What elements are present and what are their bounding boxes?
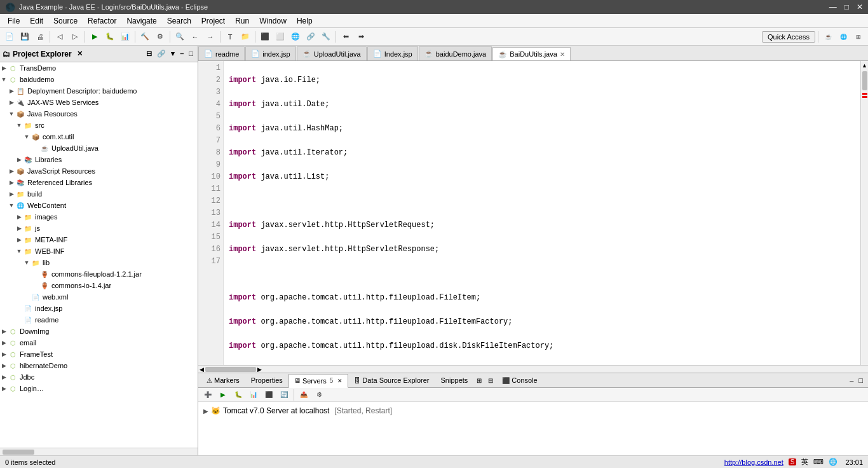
toolbar-btn-10[interactable]: 🔗 <box>304 30 318 44</box>
tree-item-images[interactable]: ▶ 📁 images <box>0 211 198 223</box>
tree-item-build[interactable]: ▶ 📁 build <box>0 188 198 200</box>
tree-arrow-dd[interactable]: ▶ <box>8 87 15 95</box>
title-bar-controls[interactable]: — □ ✕ <box>829 3 863 11</box>
code-hscroll-left[interactable]: ◀ <box>200 366 204 373</box>
server-settings-btn[interactable]: ⚙ <box>312 388 326 402</box>
tab-extra2[interactable]: ⊟ <box>485 373 496 387</box>
tree-arrow-java-resources[interactable]: ▼ <box>8 110 15 118</box>
tree-arrow-lib[interactable]: ▼ <box>23 259 31 266</box>
server-stop-btn[interactable]: ⬛ <box>262 388 276 402</box>
menu-source[interactable]: Source <box>48 15 83 27</box>
menu-help[interactable]: Help <box>292 15 318 27</box>
tree-arrow-login[interactable]: ▶ <box>0 385 8 392</box>
tree-arrow-jaxws[interactable]: ▶ <box>8 99 15 106</box>
tree-arrow-build[interactable]: ▶ <box>8 190 15 198</box>
tree-arrow-hibernatedemo[interactable]: ▶ <box>0 362 8 369</box>
run-button[interactable]: ▶ <box>88 30 102 44</box>
tree-item-downimg[interactable]: ▶ ⬡ DownImg <box>0 326 198 337</box>
tree-item-ref-libraries[interactable]: ▶ 📚 Referenced Libraries <box>0 177 198 188</box>
toolbar-btn-11[interactable]: 🔧 <box>319 30 333 44</box>
tab-markers[interactable]: ⚠ Markers <box>201 373 245 387</box>
tree-item-login[interactable]: ▶ ⬡ Login… <box>0 383 198 394</box>
perspective-btn-1[interactable]: ☕ <box>821 30 835 44</box>
servers-tab-close[interactable]: ✕ <box>337 378 342 384</box>
bottom-maximize-btn[interactable]: □ <box>856 375 865 385</box>
tree-item-uploadutil[interactable]: ☕ UploadUtil.java <box>0 142 198 154</box>
pe-hscroll-thumb[interactable] <box>3 450 34 455</box>
tree-arrow-js-resources[interactable]: ▶ <box>8 167 15 175</box>
tree-item-webcontent[interactable]: ▼ 🌐 WebContent <box>0 200 198 211</box>
tree-item-libraries[interactable]: ▶ 📚 Libraries <box>0 154 198 165</box>
tree-item-jdbc[interactable]: ▶ ⬡ Jdbc <box>0 371 198 383</box>
minimize-button[interactable]: — <box>829 3 837 11</box>
external-tools-button[interactable]: ⚙ <box>153 30 167 44</box>
tree-item-web-xml[interactable]: 📄 web.xml <box>0 291 198 303</box>
tree-item-meta-inf[interactable]: ▶ 📁 META-INF <box>0 234 198 245</box>
pe-horizontal-scrollbar[interactable] <box>0 448 198 455</box>
tree-item-hibernatedemo[interactable]: ▶ ⬡ hibernateDemo <box>0 360 198 371</box>
debug-button[interactable]: 🐛 <box>103 30 117 44</box>
search-button[interactable]: 🔍 <box>173 30 187 44</box>
tree-arrow-package[interactable]: ▼ <box>23 133 31 141</box>
tree-arrow-email[interactable]: ▶ <box>0 339 8 347</box>
bottom-minimize-btn[interactable]: – <box>847 375 856 385</box>
pe-link-button[interactable]: 🔗 <box>155 49 168 59</box>
server-new-btn[interactable]: ➕ <box>201 388 215 402</box>
tab-console[interactable]: ⬛ Console <box>496 373 543 387</box>
tree-arrow-downimg[interactable]: ▶ <box>0 327 8 335</box>
pe-maximize-button[interactable]: □ <box>187 49 195 59</box>
quick-access-button[interactable]: Quick Access <box>762 31 815 43</box>
perspective-add[interactable]: ⊞ <box>851 30 865 44</box>
menu-window[interactable]: Window <box>254 15 292 27</box>
build-button[interactable]: 🔨 <box>138 30 152 44</box>
code-content[interactable]: import java.io.File; import java.util.Da… <box>224 61 868 365</box>
tree-arrow-ref-libraries[interactable]: ▶ <box>8 179 15 186</box>
tab-servers[interactable]: 🖥 Servers 5 ✕ <box>288 374 348 388</box>
maximize-button[interactable]: □ <box>844 3 849 11</box>
server-pub-btn[interactable]: 📤 <box>297 388 311 402</box>
menu-edit[interactable]: Edit <box>25 15 48 27</box>
tree-arrow-transdemo[interactable]: ▶ <box>0 64 8 72</box>
tree-arrow-web-inf[interactable]: ▼ <box>15 247 23 255</box>
tree-arrow-src[interactable]: ▼ <box>15 121 23 129</box>
tree-arrow-jdbc[interactable]: ▶ <box>0 373 8 381</box>
new-button[interactable]: 📄 <box>3 30 17 44</box>
tree-item-dd[interactable]: ▶ 📋 Deployment Descriptor: baidudemo <box>0 85 198 97</box>
servers-list[interactable]: ▶ 🐱 Tomcat v7.0 Server at localhost [Sta… <box>198 402 868 455</box>
menu-project[interactable]: Project <box>196 15 230 27</box>
server-restart-btn[interactable]: 🔄 <box>277 388 291 402</box>
save-button[interactable]: 💾 <box>18 30 32 44</box>
server-profile-btn[interactable]: 📊 <box>247 388 261 402</box>
menu-file[interactable]: File <box>3 15 25 27</box>
toolbar-btn-7[interactable]: ⬛ <box>258 30 272 44</box>
tree-arrow-baidudemo[interactable]: ▼ <box>0 76 8 83</box>
pe-collapse-all-button[interactable]: ⊟ <box>144 49 154 59</box>
code-hscroll-thumb[interactable] <box>205 367 256 372</box>
menu-navigate[interactable]: Navigate <box>121 15 161 27</box>
vscroll-up-arrow[interactable]: ▲ <box>860 61 868 70</box>
vscroll-thumb[interactable] <box>862 71 867 90</box>
tree-item-web-inf[interactable]: ▼ 📁 WEB-INF <box>0 245 198 257</box>
server-arrow[interactable]: ▶ <box>203 408 208 415</box>
tree-item-baidudemo[interactable]: ▼ ⬡ baidudemo <box>0 74 198 85</box>
next-edit-button[interactable]: ▷ <box>68 30 82 44</box>
tab-close-icon[interactable]: ✕ <box>560 51 565 58</box>
tab-readme[interactable]: 📄 readme <box>198 46 245 60</box>
tree-item-jaxws[interactable]: ▶ 🔌 JAX-WS Web Services <box>0 97 198 108</box>
close-button[interactable]: ✕ <box>857 3 863 11</box>
tree-item-frametest[interactable]: ▶ ⬡ FrameTest <box>0 348 198 360</box>
tree-item-src[interactable]: ▼ 📁 src <box>0 120 198 131</box>
forward-button[interactable]: → <box>203 30 217 44</box>
tree-item-transdemo[interactable]: ▶ ⬡ TransDemo <box>0 62 198 74</box>
tree-arrow-images[interactable]: ▶ <box>15 213 23 221</box>
tree-item-commons-fileupload[interactable]: 🏺 commons-fileupload-1.2.1.jar <box>0 268 198 280</box>
toolbar-btn-8[interactable]: ⬜ <box>273 30 287 44</box>
tree-item-commons-io[interactable]: 🏺 commons-io-1.4.jar <box>0 280 198 291</box>
menu-search[interactable]: Search <box>162 15 196 27</box>
server-debug-btn[interactable]: 🐛 <box>231 388 245 402</box>
tree-item-js-folder[interactable]: ▶ 📁 js <box>0 223 198 234</box>
open-type-button[interactable]: T <box>223 30 237 44</box>
tab-index-jsp[interactable]: 📄 index.jsp <box>245 46 295 60</box>
tree-item-package[interactable]: ▼ 📦 com.xt.util <box>0 131 198 142</box>
tab-index-jsp-2[interactable]: 📄 Index.jsp <box>367 46 418 60</box>
